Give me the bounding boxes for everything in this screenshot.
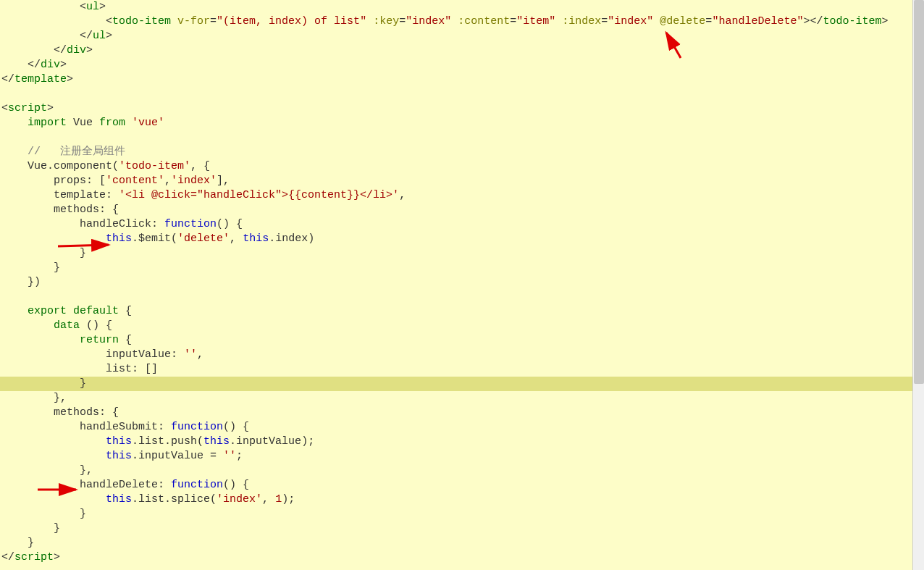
code-token: todo-item: [823, 15, 881, 28]
code-line[interactable]: // 注册全局组件: [0, 145, 912, 159]
code-line[interactable]: [0, 290, 912, 304]
code-token: [171, 15, 177, 28]
code-token: }: [1, 261, 60, 274]
code-token: splice: [171, 493, 210, 506]
code-token: function: [171, 479, 223, 491]
code-token: ],: [217, 175, 230, 187]
code-line[interactable]: },: [0, 391, 912, 406]
code-line[interactable]: [0, 130, 912, 145]
code-token: '': [223, 450, 236, 462]
code-line[interactable]: return {: [0, 333, 912, 348]
code-token: .inputValue);: [230, 435, 314, 448]
code-token: this: [203, 435, 230, 448]
code-line[interactable]: handleDelete: function() {: [0, 478, 912, 493]
code-line[interactable]: export default {: [0, 304, 912, 319]
code-token: [1, 305, 28, 317]
code-line[interactable]: }: [0, 536, 912, 550]
code-token: div: [41, 59, 60, 71]
code-token: =: [399, 15, 406, 28]
code-token: v-for: [177, 15, 210, 28]
code-line[interactable]: Vue.component('todo-item', {: [0, 159, 912, 174]
code-line[interactable]: methods: {: [0, 203, 912, 217]
code-line[interactable]: this.$emit('delete', this.index): [0, 232, 912, 246]
code-line[interactable]: }: [0, 507, 912, 521]
code-token: >: [60, 59, 67, 71]
scrollbar-thumb[interactable]: [914, 0, 924, 384]
code-line[interactable]: </div>: [0, 43, 912, 58]
code-token: script: [14, 551, 54, 563]
code-token: (: [112, 160, 119, 172]
code-token: // 注册全局组件: [28, 146, 125, 158]
code-token: push: [171, 435, 197, 448]
code-token: () {: [217, 218, 243, 230]
code-token: : {: [99, 204, 119, 216]
code-line[interactable]: </template>: [0, 72, 912, 87]
code-line[interactable]: }): [0, 275, 912, 290]
code-line[interactable]: import Vue from 'vue': [0, 116, 912, 130]
code-token: {: [119, 305, 132, 317]
code-token: : [: [86, 175, 106, 187]
code-line[interactable]: <ul>: [0, 0, 912, 14]
code-token: :: [158, 421, 171, 433]
code-token: [1, 218, 80, 230]
code-line[interactable]: methods: {: [0, 406, 912, 420]
code-line[interactable]: }: [0, 377, 912, 391]
code-token: [1, 204, 54, 216]
code-token: this: [106, 435, 132, 448]
code-token: >: [86, 44, 93, 56]
code-token: :: [151, 218, 164, 230]
vertical-scrollbar[interactable]: [912, 0, 924, 570]
code-line[interactable]: }: [0, 521, 912, 536]
code-token: [366, 15, 373, 28]
code-line[interactable]: [0, 87, 912, 101]
code-line[interactable]: },: [0, 464, 912, 478]
code-line[interactable]: </script>: [0, 550, 912, 565]
code-line[interactable]: <todo-item v-for="(item, index) of list"…: [0, 14, 912, 29]
code-token: <: [1, 102, 8, 114]
code-token: </: [1, 551, 14, 563]
code-token: methods: [54, 406, 99, 419]
code-token: .list.: [132, 493, 171, 506]
code-token: [1, 363, 106, 375]
code-token: [1, 493, 106, 506]
code-line[interactable]: list: []: [0, 362, 912, 377]
code-line[interactable]: handleSubmit: function() {: [0, 420, 912, 435]
code-token: </: [1, 73, 14, 85]
code-token: script: [8, 102, 47, 114]
code-token: this: [106, 493, 132, 506]
code-line[interactable]: }: [0, 246, 912, 261]
code-token: ,: [262, 493, 275, 506]
code-line[interactable]: </ul>: [0, 29, 912, 43]
code-token: (: [210, 493, 217, 506]
code-line[interactable]: }: [0, 261, 912, 275]
code-token: return: [80, 334, 119, 346]
code-line[interactable]: props: ['content','index'],: [0, 174, 912, 188]
code-token: , {: [190, 160, 210, 172]
code-token: ,: [164, 175, 171, 187]
code-token: [125, 117, 132, 129]
code-line[interactable]: this.list.splice('index', 1);: [0, 493, 912, 507]
code-token: [653, 15, 660, 28]
code-line[interactable]: </div>: [0, 58, 912, 72]
code-token: "(item, index) of list": [217, 15, 366, 28]
code-line[interactable]: template: '<li @click="handleClick">{{co…: [0, 188, 912, 203]
code-token: 1: [275, 493, 282, 506]
code-line[interactable]: data () {: [0, 319, 912, 333]
code-token: },: [1, 464, 93, 477]
code-token: handleClick: [80, 218, 151, 230]
code-token: : {: [99, 406, 119, 419]
code-token: ,: [230, 232, 243, 245]
code-token: .: [132, 232, 138, 245]
code-editor-viewport[interactable]: <ul> <todo-item v-for="(item, index) of …: [0, 0, 912, 570]
code-token: <: [1, 15, 112, 28]
code-line[interactable]: this.inputValue = '';: [0, 449, 912, 464]
code-line[interactable]: inputValue: '',: [0, 348, 912, 362]
code-token: Vue.: [1, 160, 54, 172]
code-token: </: [1, 44, 67, 56]
code-token: '<li @click="handleClick">{{content}}</l…: [119, 189, 399, 201]
code-line[interactable]: this.list.push(this.inputValue);: [0, 435, 912, 449]
code-token: [1, 479, 80, 491]
code-line[interactable]: <script>: [0, 101, 912, 116]
code-token: function: [171, 421, 223, 433]
code-line[interactable]: handleClick: function() {: [0, 217, 912, 232]
